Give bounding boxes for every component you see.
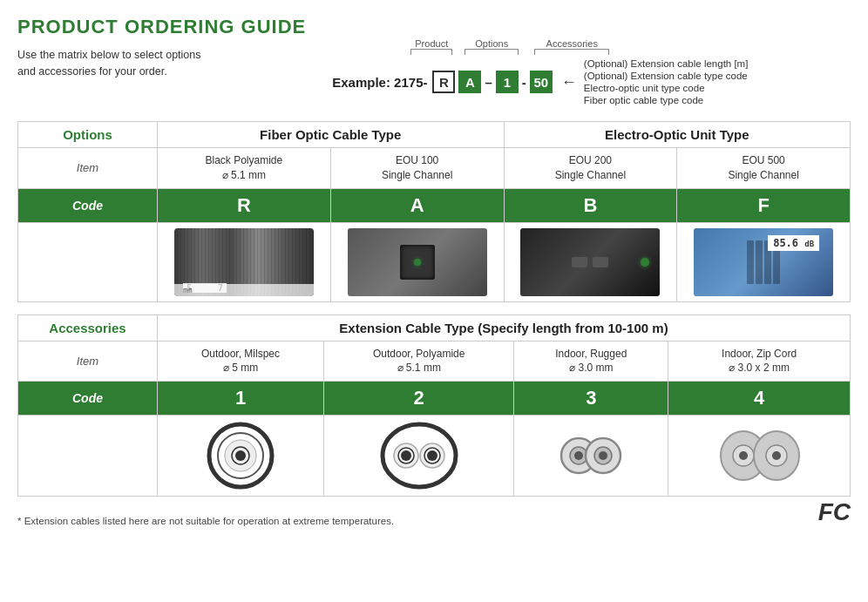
item-outdoor-polyamide: Outdoor, Polyamide⌀ 5.1 mm (324, 341, 514, 382)
accessories-items-row: Item Outdoor, Milspec⌀ 5 mm Outdoor, Pol… (18, 341, 851, 382)
electro-header-cell: Electro-Optic Unit Type (504, 122, 851, 148)
example-row: Example: 2175- R A – 1 - 50 ← (Optional)… (332, 58, 748, 105)
header-description: Use the matrix below to select options a… (17, 47, 306, 80)
header-left: PRODUCT ORDERING GUIDE Use the matrix be… (17, 16, 306, 80)
label-product: Product (415, 38, 448, 49)
code-F: F (677, 188, 851, 222)
accessories-image-empty (18, 416, 158, 497)
description-list: (Optional) Extension cable length [m] (O… (584, 58, 749, 105)
code-2: 2 (324, 382, 514, 416)
accessories-header-row: Accessories Extension Cable Type (Specif… (18, 315, 851, 341)
svg-point-20 (739, 451, 748, 460)
fiber-header-cell: Fiber Optic Cable Type (158, 122, 505, 148)
code-3: 3 (514, 382, 668, 416)
accessories-table: Accessories Extension Cable Type (Specif… (17, 315, 851, 497)
code-A: A (330, 188, 504, 222)
code-R: R (158, 188, 331, 222)
code-box-a: A (458, 71, 481, 93)
svg-point-14 (574, 451, 583, 460)
page-title: PRODUCT ORDERING GUIDE (17, 16, 306, 38)
image-eou500: 85.6 dB (677, 222, 851, 301)
example-diagram: Product Options Accessories Example: 217… (332, 16, 748, 105)
svg-point-3 (235, 450, 246, 461)
item-eou500: EOU 500Single Channel (677, 148, 851, 189)
item-indoor-rugged: Indoor, Rugged⌀ 3.0 mm (514, 341, 668, 382)
image-eou100 (330, 222, 504, 301)
image-eou200 (504, 222, 677, 301)
accessories-item-label: Item (18, 341, 158, 382)
item-eou200: EOU 200Single Channel (504, 148, 677, 189)
options-items-row: Item Black Polyamide⌀ 5.1 mm EOU 100Sing… (18, 148, 851, 189)
cable4-svg (715, 421, 803, 490)
options-table: Options Fiber Optic Cable Type Electro-O… (17, 121, 851, 302)
options-table-section: Options Fiber Optic Cable Type Electro-O… (17, 121, 851, 302)
code-box-50: 50 (530, 71, 553, 93)
cable2-svg (380, 421, 458, 490)
dash1: – (485, 75, 492, 90)
item-outdoor-milspec: Outdoor, Milspec⌀ 5 mm (158, 341, 324, 382)
svg-point-10 (427, 450, 437, 461)
accessories-table-section: Accessories Extension Cable Type (Specif… (17, 315, 851, 497)
label-accessories: Accessories (546, 38, 598, 49)
accessories-code-row: Code 1 2 3 4 (18, 382, 851, 416)
code-B: B (504, 188, 677, 222)
code-box-r: R (432, 71, 455, 93)
code-1: 1 (158, 382, 324, 416)
options-image-empty (18, 222, 158, 301)
cable1-svg (206, 421, 275, 490)
code-4: 4 (668, 382, 851, 416)
footer-note: * Extension cables listed here are not s… (17, 516, 394, 526)
svg-point-17 (599, 451, 607, 460)
image-fiber-cable: 5 7 mm (158, 222, 331, 301)
desc-item-4: Fiber optic cable type code (584, 95, 749, 105)
options-image-row: 5 7 mm (18, 222, 851, 301)
desc-item-3: Electro-optic unit type code (584, 83, 749, 93)
image-cable-2 (324, 416, 514, 497)
fc-logo: FC (818, 498, 851, 526)
header-section: PRODUCT ORDERING GUIDE Use the matrix be… (17, 16, 851, 105)
image-cable-4 (668, 416, 851, 497)
arrow-right: ← (561, 73, 577, 91)
cable3-svg (556, 421, 626, 490)
accessories-image-row (18, 416, 851, 497)
accessories-header-cell: Accessories (18, 315, 158, 341)
desc-line2: and accessories for your order. (17, 65, 167, 78)
desc-item-1: (Optional) Extension cable length [m] (584, 58, 749, 69)
desc-line1: Use the matrix below to select options (17, 49, 201, 61)
code-box-1: 1 (496, 71, 519, 93)
example-prefix: Example: 2175- (332, 75, 427, 90)
svg-point-23 (772, 451, 781, 460)
options-header-cell: Options (18, 122, 158, 148)
fc-text: FC (818, 498, 851, 526)
footer-row: * Extension cables listed here are not s… (17, 509, 851, 526)
image-cable-3 (514, 416, 668, 497)
extension-header-cell: Extension Cable Type (Specify length fro… (158, 315, 851, 341)
image-cable-1 (158, 416, 324, 497)
label-options: Options (475, 38, 508, 49)
dash2: - (522, 75, 526, 90)
options-code-label: Code (18, 188, 158, 222)
options-code-row: Code R A B F (18, 188, 851, 222)
item-indoor-zipcord: Indoor, Zip Cord⌀ 3.0 x 2 mm (668, 341, 851, 382)
accessories-code-label: Code (18, 382, 158, 416)
options-item-label: Item (18, 148, 158, 189)
options-header-row: Options Fiber Optic Cable Type Electro-O… (18, 122, 851, 148)
svg-point-7 (401, 450, 411, 461)
desc-item-2: (Optional) Extension cable type code (584, 71, 749, 81)
item-fiber-polyamide: Black Polyamide⌀ 5.1 mm (158, 148, 331, 189)
item-eou100: EOU 100Single Channel (330, 148, 504, 189)
